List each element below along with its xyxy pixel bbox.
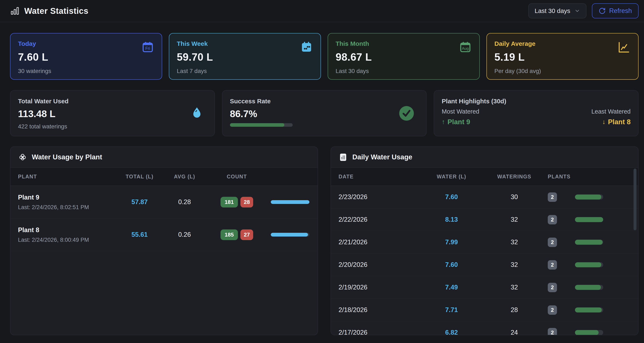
column-header: TOTAL (L) [116, 174, 164, 180]
trend-line-icon [617, 40, 630, 54]
calendar-grid-icon [338, 152, 348, 162]
stat-title: This Week [177, 40, 313, 47]
daily-waterings-count: 32 [481, 284, 548, 291]
plants-count-badge: 2 [548, 192, 557, 202]
daily-water-liters: 7.60 [422, 193, 481, 201]
daily-water-liters: 8.13 [422, 216, 481, 223]
plant-usage-card: Water Usage by Plant PLANT TOTAL (L) AVG… [10, 146, 318, 335]
daily-table-row: 2/18/2026 7.71 28 2 [331, 299, 638, 322]
daily-table-row: 2/23/2026 7.60 30 2 [331, 186, 638, 209]
summary-cards-row: Total Water Used 113.48 L 422 total wate… [10, 90, 638, 136]
summary-title: Success Rate [230, 98, 419, 105]
success-progress-track [230, 123, 293, 127]
summary-card-plant-highlights: Plant Highlights (30d) Most Watered ↑ Pl… [434, 90, 638, 136]
most-watered-label: Most Watered [442, 108, 479, 115]
highlights-row: Most Watered ↑ Plant 9 Least Watered ↓ P… [442, 108, 630, 126]
plant-table-row: Plant 8 Last: 2/24/2026, 8:00:49 PM 55.6… [10, 219, 318, 251]
plants-count-badge: 2 [548, 215, 557, 224]
arrow-up-icon: ↑ [442, 118, 445, 126]
daily-table-row: 2/17/2026 6.82 24 2 [331, 322, 638, 335]
most-watered-block: Most Watered ↑ Plant 9 [442, 108, 479, 126]
daily-water-liters: 7.71 [422, 306, 481, 314]
stat-card-this-week: This Week 59.70 L Last 7 days [169, 33, 321, 80]
page-title: Water Statistics [24, 6, 88, 16]
refresh-button[interactable]: Refresh [592, 3, 638, 18]
stat-title: Daily Average [494, 40, 630, 47]
column-header: COUNT [206, 174, 268, 180]
stat-value: 7.60 L [18, 51, 154, 63]
refresh-icon [598, 7, 606, 14]
least-watered-plant: ↓ Plant 8 [591, 118, 630, 126]
stat-subtitle: Last 30 days [336, 68, 472, 74]
bar-chart-icon [10, 6, 20, 16]
plant-table-body: Plant 9 Last: 2/24/2026, 8:02:51 PM 57.8… [10, 186, 318, 251]
most-watered-plant-name: Plant 9 [448, 118, 470, 126]
daily-table-row: 2/19/2026 7.49 32 2 [331, 276, 638, 299]
main-content: Today 7.60 L 30 waterings Fri This Week … [0, 22, 644, 335]
daily-water-liters: 7.49 [422, 284, 481, 291]
svg-text:Aug: Aug [462, 46, 469, 51]
summary-value: 113.48 L [18, 108, 207, 119]
stat-subtitle: Per day (30d avg) [494, 68, 630, 74]
app-title-group: Water Statistics [10, 6, 88, 16]
daily-table-scrollbar [634, 169, 636, 333]
stat-title: This Month [336, 40, 472, 47]
daily-usage-title: Daily Water Usage [352, 153, 412, 161]
daily-date: 2/19/2026 [338, 284, 422, 291]
stat-title: Today [18, 40, 154, 47]
plant-total-liters: 55.61 [116, 231, 164, 238]
daily-usage-title-row: Daily Water Usage [331, 147, 638, 168]
daily-usage-bar [575, 308, 603, 313]
range-dropdown[interactable]: Last 30 days [528, 3, 586, 18]
plant-usage-title-row: Water Usage by Plant [10, 147, 318, 168]
daily-water-liters: 7.60 [422, 261, 481, 269]
svg-text:Fri: Fri [146, 46, 150, 51]
daily-table-body: 2/23/2026 7.60 30 2 2/22/2026 8.13 32 2 … [331, 186, 638, 335]
plant-name: Plant 9 [18, 194, 116, 201]
most-watered-plant: ↑ Plant 9 [442, 118, 479, 126]
calendar-day-icon: Fri [141, 40, 154, 53]
summary-value: 86.7% [230, 108, 419, 119]
daily-date: 2/22/2026 [338, 216, 422, 223]
summary-card-success-rate: Success Rate 86.7% [222, 90, 427, 136]
tables-row: Water Usage by Plant PLANT TOTAL (L) AVG… [10, 146, 638, 335]
stat-value: 98.67 L [336, 51, 472, 63]
daily-table-row: 2/20/2026 7.60 32 2 [331, 254, 638, 276]
column-header: WATER (L) [422, 174, 481, 180]
stat-card-today: Today 7.60 L 30 waterings Fri [10, 33, 162, 80]
header-bar: Water Statistics Last 30 days Refresh [0, 0, 644, 22]
stat-value: 59.70 L [177, 51, 313, 63]
summary-title: Plant Highlights (30d) [442, 98, 630, 105]
scrollbar-thumb[interactable] [634, 169, 636, 230]
success-count-badge: 185 [220, 229, 238, 240]
plant-table-row: Plant 9 Last: 2/24/2026, 8:02:51 PM 57.8… [10, 186, 318, 219]
chevron-down-icon [574, 8, 580, 14]
column-header: PLANT [18, 174, 116, 180]
plants-count-badge: 2 [548, 305, 557, 315]
refresh-label: Refresh [609, 7, 632, 15]
plant-avg-liters: 0.26 [164, 231, 206, 238]
stat-card-daily-average: Daily Average 5.19 L Per day (30d avg) [486, 33, 638, 80]
daily-waterings-count: 32 [481, 261, 548, 269]
daily-waterings-count: 30 [481, 193, 548, 201]
range-dropdown-value: Last 30 days [534, 7, 570, 14]
fail-count-badge: 27 [240, 229, 253, 240]
daily-water-liters: 6.82 [422, 329, 481, 335]
daily-waterings-count: 32 [481, 238, 548, 246]
plant-name: Plant 8 [18, 226, 116, 234]
plant-avg-liters: 0.28 [164, 198, 206, 206]
summary-subtitle: 422 total waterings [18, 123, 207, 130]
plant-total-liters: 57.87 [116, 198, 164, 206]
stat-subtitle: Last 7 days [177, 68, 313, 74]
least-watered-plant-name: Plant 8 [608, 118, 630, 126]
success-progress-fill [230, 123, 284, 127]
calendar-month-icon: Aug [459, 40, 472, 53]
daily-waterings-count: 24 [481, 329, 548, 335]
column-header: DATE [338, 174, 422, 180]
daily-table-row: 2/21/2026 7.99 32 2 [331, 231, 638, 254]
plant-last-watered: Last: 2/24/2026, 8:02:51 PM [18, 204, 116, 211]
calendar-week-icon [300, 40, 313, 53]
fail-count-badge: 28 [240, 197, 253, 207]
summary-card-total-water: Total Water Used 113.48 L 422 total wate… [10, 90, 215, 136]
stat-card-this-month: This Month 98.67 L Last 30 days Aug [328, 33, 480, 80]
